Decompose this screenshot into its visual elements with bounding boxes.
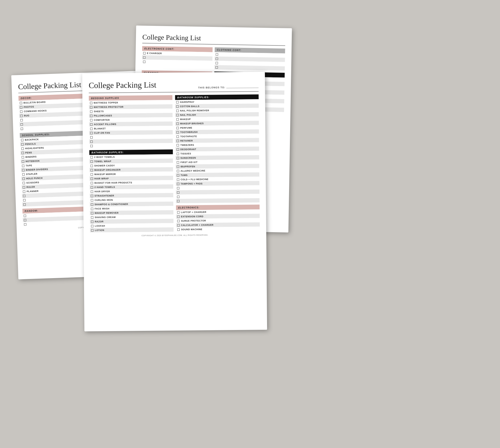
electronics-cont-col: ELECTRONICS CONT: E CHARGER: [142, 46, 213, 69]
list-item: LOTION: [90, 227, 174, 232]
copyright: COPYRIGHT © 2020 BYSOPHIALEE.COM. ALL RI…: [90, 234, 260, 237]
list-item: [176, 198, 260, 203]
list-item: SOUND MACHINE: [176, 227, 260, 232]
list-item: [214, 65, 285, 71]
list-item: [89, 143, 173, 148]
back-right-title: College Packing List: [142, 33, 285, 44]
back-left-left-col: DECOR: BULLETIN BOARD PHOTOS COMMAND HOO…: [19, 94, 91, 226]
front-left-col: BEDDING SUPPLIES MATTRESS TOPPER MATTRES…: [89, 95, 174, 232]
belongs-to: THIS BELONGS TO:: [198, 86, 258, 89]
front-page: College Packing List THIS BELONGS TO: BE…: [82, 72, 267, 331]
front-right-col: BATHROOM SUPPLIES: HAIRSPRAY COTTON BALL…: [175, 94, 260, 232]
clothing-cont-col: CLOTHING CONT:: [214, 47, 285, 71]
list-item: [142, 59, 212, 65]
front-title: College Packing List: [89, 80, 156, 90]
